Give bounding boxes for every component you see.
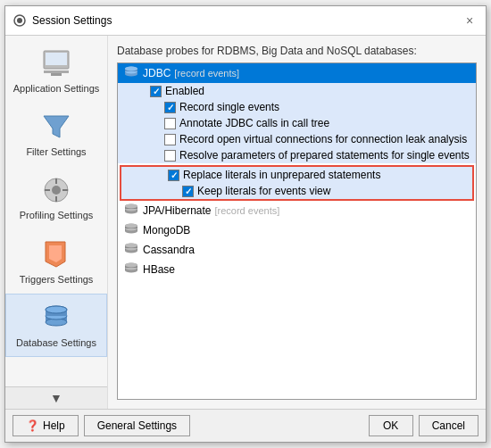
- jpa-row[interactable]: JPA/Hibernate [record events]: [118, 201, 476, 220]
- jdbc-tag: [record events]: [174, 68, 239, 79]
- keep-literals-row[interactable]: Keep literals for events view: [121, 183, 472, 199]
- jpa-tag: [record events]: [214, 205, 279, 216]
- sidebar-item-application[interactable]: Application Settings: [5, 39, 107, 103]
- record-single-label: Record single events: [179, 101, 279, 113]
- profiling-icon: [40, 174, 72, 206]
- replace-literals-label: Replace literals in unprepared statement…: [183, 169, 380, 181]
- titlebar-left: Session Settings: [12, 13, 112, 28]
- record-single-checkbox[interactable]: [164, 102, 176, 113]
- hbase-label: HBase: [143, 263, 175, 276]
- mongodb-label: MongoDB: [143, 224, 190, 236]
- sidebar-item-database-label: Database Settings: [16, 337, 96, 349]
- record-single-row[interactable]: Record single events: [118, 99, 476, 115]
- main-panel: Database probes for RDBMS, Big Data and …: [108, 36, 486, 409]
- sidebar-item-filter-label: Filter Settings: [26, 146, 86, 158]
- cassandra-icon: [123, 243, 139, 257]
- record-open-checkbox[interactable]: [164, 134, 176, 145]
- keep-literals-label: Keep literals for events view: [197, 185, 330, 197]
- sidebar-item-database[interactable]: Database Settings: [5, 294, 107, 357]
- jpa-icon: [123, 203, 139, 218]
- svg-point-44: [125, 244, 137, 248]
- sidebar: Application Settings Filter Settings: [5, 36, 108, 409]
- record-open-label: Record open virtual connections for conn…: [179, 133, 467, 145]
- svg-point-26: [125, 67, 137, 71]
- cassandra-label: Cassandra: [143, 244, 195, 256]
- cassandra-row[interactable]: Cassandra: [118, 240, 476, 260]
- titlebar: Session Settings ×: [5, 6, 486, 36]
- jpa-label: JPA/Hibernate: [143, 204, 211, 217]
- svg-rect-5: [51, 73, 62, 76]
- svg-rect-11: [45, 189, 50, 191]
- enabled-label: Enabled: [165, 85, 204, 97]
- resolve-label: Resolve parameters of prepared statement…: [179, 149, 470, 162]
- jdbc-label: JDBC: [143, 67, 171, 79]
- replace-literals-checkbox[interactable]: [168, 170, 179, 181]
- enabled-checkbox[interactable]: [150, 86, 162, 97]
- annotate-label: Annotate JDBC calls in call tree: [179, 117, 329, 129]
- sidebar-item-triggers[interactable]: Triggers Settings: [5, 230, 107, 294]
- replace-literals-row[interactable]: Replace literals in unprepared statement…: [121, 167, 472, 183]
- session-settings-window: Session Settings × Application Settings: [4, 5, 487, 443]
- general-settings-button[interactable]: General Settings: [84, 415, 190, 436]
- resolve-checkbox[interactable]: [164, 150, 176, 162]
- hbase-row[interactable]: HBase: [118, 260, 476, 279]
- svg-point-0: [17, 18, 22, 23]
- resolve-row[interactable]: Resolve parameters of prepared statement…: [118, 147, 476, 163]
- svg-point-50: [125, 263, 137, 268]
- sidebar-item-application-label: Application Settings: [13, 83, 100, 95]
- annotate-checkbox[interactable]: [164, 118, 176, 129]
- svg-point-32: [125, 204, 137, 209]
- content-area: Application Settings Filter Settings: [5, 36, 486, 409]
- svg-rect-10: [55, 196, 57, 202]
- jdbc-row[interactable]: JDBC [record events]: [118, 63, 476, 83]
- svg-point-20: [46, 306, 67, 313]
- sidebar-scroll-down[interactable]: ▼: [5, 386, 107, 409]
- help-icon: ❓: [26, 419, 39, 432]
- mongodb-icon: [123, 223, 139, 237]
- svg-rect-3: [46, 53, 67, 65]
- svg-point-8: [52, 186, 61, 195]
- svg-point-38: [125, 224, 137, 228]
- sidebar-item-profiling[interactable]: Profiling Settings: [5, 166, 107, 229]
- hbase-icon: [123, 262, 139, 277]
- tree-area: JDBC [record events] Enabled Record sing…: [117, 62, 477, 400]
- record-open-row[interactable]: Record open virtual connections for conn…: [118, 131, 476, 147]
- close-button[interactable]: ×: [461, 12, 479, 29]
- footer: ❓ Help General Settings OK Cancel: [5, 409, 486, 442]
- keep-literals-checkbox[interactable]: [182, 186, 194, 197]
- window-icon: [12, 13, 27, 28]
- enabled-row[interactable]: Enabled: [118, 83, 476, 99]
- triggers-icon: [40, 238, 72, 270]
- sidebar-item-filter[interactable]: Filter Settings: [5, 103, 107, 166]
- application-icon: [40, 47, 72, 79]
- ok-button[interactable]: OK: [369, 415, 413, 436]
- svg-rect-4: [44, 71, 69, 73]
- svg-marker-6: [44, 116, 69, 137]
- svg-rect-9: [55, 178, 57, 184]
- sidebar-item-profiling-label: Profiling Settings: [20, 210, 94, 221]
- mongodb-row[interactable]: MongoDB: [118, 220, 476, 240]
- help-label: Help: [43, 419, 65, 432]
- sidebar-item-triggers-label: Triggers Settings: [20, 274, 94, 286]
- window-title: Session Settings: [32, 14, 112, 27]
- help-button[interactable]: ❓ Help: [12, 415, 79, 436]
- cancel-button[interactable]: Cancel: [419, 415, 479, 436]
- svg-rect-12: [62, 189, 68, 191]
- filter-icon: [40, 111, 72, 143]
- database-sidebar-icon: [40, 302, 72, 334]
- annotate-row[interactable]: Annotate JDBC calls in call tree: [118, 115, 476, 131]
- main-header: Database probes for RDBMS, Big Data and …: [117, 45, 477, 57]
- jdbc-icon: [123, 66, 139, 80]
